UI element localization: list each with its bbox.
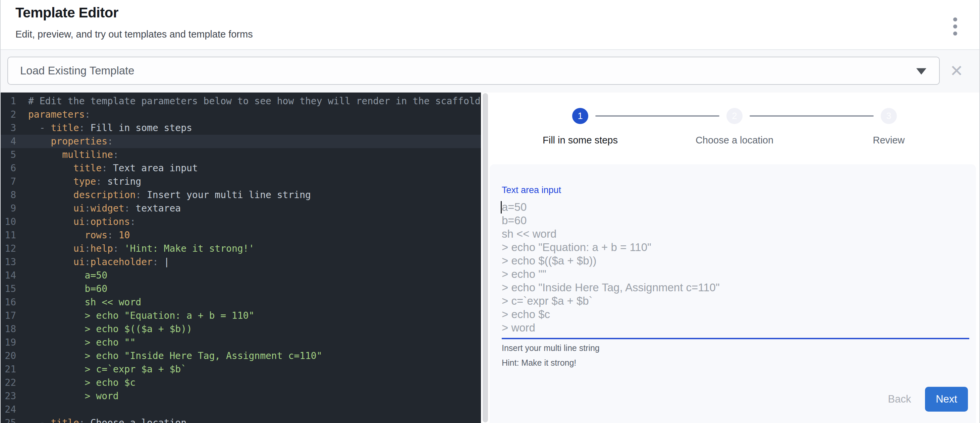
code-text: > c=`expr $a + $b`	[28, 364, 186, 375]
step-label-1: Fill in some steps	[513, 135, 647, 146]
clear-template-button[interactable]: ✕	[947, 57, 966, 85]
line-number: 16	[1, 296, 16, 309]
line-number: 11	[1, 228, 16, 242]
textarea-placeholder-line: > echo ""	[502, 268, 969, 281]
step-number: 1	[578, 111, 582, 121]
code-line[interactable]: 10 ui:options:	[1, 215, 481, 228]
code-text: - title: Fill in some steps	[28, 122, 192, 133]
page-title: Template Editor	[16, 5, 118, 21]
code-line[interactable]: 7 type: string	[1, 175, 481, 189]
code-text: sh << word	[28, 297, 141, 308]
code-text: > word	[28, 390, 119, 402]
textarea-placeholder-line: > c=`expr $a + $b`	[502, 294, 969, 308]
textarea-placeholder-line: > echo "Equation: a + b = 110"	[502, 241, 969, 254]
form-card: Text area input a=50b=60sh << word> echo…	[490, 164, 976, 423]
code-line[interactable]: 3 - title: Fill in some steps	[1, 121, 481, 135]
line-number: 22	[1, 376, 16, 390]
code-line[interactable]: 13 ui:placeholder: |	[1, 255, 481, 269]
textarea-field-label: Text area input	[502, 185, 561, 195]
code-line[interactable]: 2parameters:	[1, 108, 481, 121]
code-text: title: Text area input	[28, 163, 198, 174]
code-text: ui:placeholder: |	[28, 257, 169, 268]
step-label-2: Choose a location	[667, 135, 802, 146]
line-number: 7	[1, 175, 16, 189]
line-number: 21	[1, 363, 16, 376]
multiline-textarea[interactable]: a=50b=60sh << word> echo "Equation: a + …	[502, 200, 969, 334]
line-number: 4	[1, 135, 16, 148]
code-text: > echo ""	[28, 337, 135, 348]
code-line[interactable]: 18 > echo $(($a + $b))	[1, 322, 481, 336]
template-editor-page: Template Editor Edit, preview, and try o…	[0, 0, 980, 423]
code-text: ui:help: 'Hint: Make it strong!'	[28, 243, 254, 254]
code-text: parameters:	[28, 109, 90, 120]
clear-x-icon: ✕	[950, 61, 963, 80]
code-line[interactable]: 14 a=50	[1, 269, 481, 282]
step-number: 2	[732, 111, 737, 121]
code-text: - title: Choose a location	[28, 417, 186, 423]
code-line[interactable]: 8 description: Insert your multi line st…	[1, 189, 481, 202]
textarea-placeholder-line: > word	[502, 321, 969, 334]
code-line[interactable]: 15 b=60	[1, 282, 481, 296]
code-line[interactable]: 16 sh << word	[1, 296, 481, 309]
code-line[interactable]: 5 multiline:	[1, 148, 481, 162]
code-line[interactable]: 12 ui:help: 'Hint: Make it strong!'	[1, 242, 481, 255]
code-line[interactable]: 9 ui:widget: textarea	[1, 202, 481, 215]
load-template-select[interactable]: Load Existing Template	[7, 57, 940, 85]
dropdown-caret-icon	[916, 68, 926, 74]
code-line[interactable]: 23 > word	[1, 390, 481, 403]
code-line[interactable]: 6 title: Text area input	[1, 162, 481, 175]
next-button[interactable]: Next	[925, 387, 968, 412]
code-lines: 1# Edit the template parameters below to…	[1, 95, 481, 423]
code-line[interactable]: 24	[1, 403, 481, 416]
code-text: > echo $c	[28, 377, 135, 388]
step-circle-2[interactable]: 2	[727, 108, 743, 124]
step-circle-3[interactable]: 3	[881, 108, 897, 124]
step-number: 3	[886, 111, 891, 121]
line-number: 23	[1, 390, 16, 403]
code-line[interactable]: 4 properties:	[1, 135, 481, 148]
code-text: properties:	[28, 136, 113, 147]
code-text: ui:widget: textarea	[28, 203, 181, 214]
line-number: 15	[1, 282, 16, 296]
textarea-placeholder-line: > echo "Inside Here Tag, Assignment c=11…	[502, 281, 969, 294]
load-template-placeholder: Load Existing Template	[20, 64, 135, 77]
page-header: Template Editor Edit, preview, and try o…	[1, 0, 979, 49]
code-line[interactable]: 1# Edit the template parameters below to…	[1, 95, 481, 108]
step-label-3: Review	[822, 135, 956, 146]
code-line[interactable]: 20 > echo "Inside Here Tag, Assignment c…	[1, 349, 481, 363]
stepper-connector	[749, 115, 874, 117]
code-text: # Edit the template parameters below to …	[28, 95, 480, 106]
line-number: 8	[1, 189, 16, 202]
line-number: 12	[1, 242, 16, 255]
yaml-code-editor[interactable]: 1# Edit the template parameters below to…	[1, 92, 481, 423]
more-vertical-icon[interactable]	[948, 14, 962, 39]
back-button[interactable]: Back	[883, 387, 916, 412]
code-line[interactable]: 25 - title: Choose a location	[1, 416, 481, 423]
editor-scrollbar[interactable]	[483, 93, 488, 422]
code-line[interactable]: 19 > echo ""	[1, 336, 481, 349]
code-line[interactable]: 17 > echo "Equation: a + b = 110"	[1, 309, 481, 322]
textarea-placeholder-line: sh << word	[502, 227, 969, 241]
field-description: Insert your multi line string	[502, 343, 600, 353]
code-text: type: string	[28, 176, 141, 187]
textarea-focus-underline	[502, 338, 969, 339]
code-text: b=60	[28, 283, 107, 294]
code-line[interactable]: 22 > echo $c	[1, 376, 481, 390]
line-number: 10	[1, 215, 16, 228]
line-number: 5	[1, 148, 16, 162]
toolbar: Load Existing Template ✕	[1, 49, 979, 92]
stepper-connector	[595, 115, 719, 117]
textarea-placeholder-line: > echo $(($a + $b))	[502, 254, 969, 268]
page-subtitle: Edit, preview, and try out templates and…	[16, 29, 253, 40]
line-number: 24	[1, 403, 16, 416]
preview-panel: 1 2 3 Fill in some steps Choose a locati…	[488, 92, 980, 423]
textarea-placeholder-line: b=60	[502, 214, 969, 227]
line-number: 18	[1, 322, 16, 336]
code-line[interactable]: 11 rows: 10	[1, 228, 481, 242]
textarea-placeholder-line: a=50	[502, 200, 969, 214]
code-line[interactable]: 21 > c=`expr $a + $b`	[1, 363, 481, 376]
code-text: > echo "Inside Here Tag, Assignment c=11…	[28, 350, 322, 361]
step-circle-1[interactable]: 1	[572, 108, 588, 124]
line-number: 2	[1, 108, 16, 121]
line-number: 14	[1, 269, 16, 282]
